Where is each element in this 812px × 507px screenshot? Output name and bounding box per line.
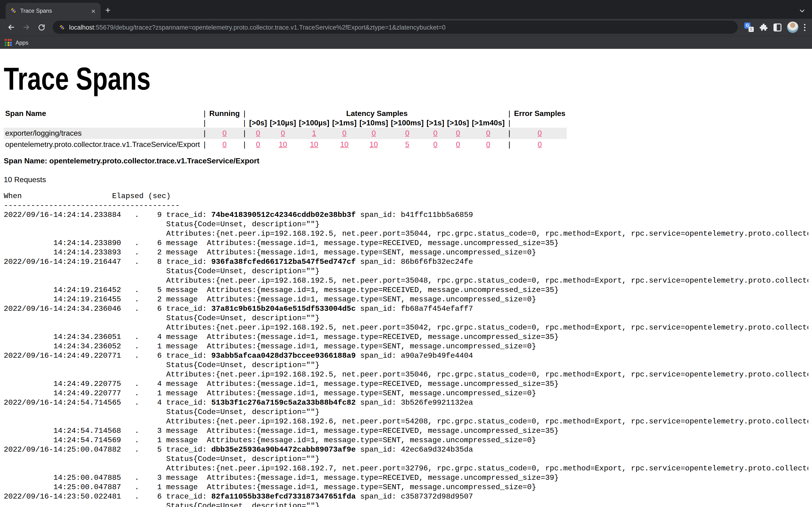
back-button[interactable] <box>5 21 18 34</box>
latency-bucket-cell: 10 <box>331 139 358 150</box>
latency-bucket-label: [>1ms] <box>331 118 358 128</box>
span-summary-row: exporter/logging/traces|0|001000000|0 <box>4 128 567 139</box>
translate-icon[interactable]: G 文 <box>744 22 754 32</box>
log-line: 2022/09/16-14:24:49.220771 . 6 trace_id:… <box>4 352 473 360</box>
log-line: Attributes:{net.peer.ip=192.168.192.5, n… <box>4 371 808 379</box>
trace-id-value: 37a81c9b615b204a6e515df533004d5c <box>211 305 356 313</box>
log-line: 2022/09/16-14:24:14.233884 . 9 trace_id:… <box>4 211 473 219</box>
log-line: 14:24:19.216455 . 2 message Attributes:{… <box>4 295 536 304</box>
new-tab-button[interactable]: + <box>105 5 110 15</box>
latency-bucket-cell: 0 <box>331 128 358 139</box>
tab-trace-spans[interactable]: Trace Spans × <box>6 3 101 19</box>
col-running: Running <box>208 109 241 118</box>
latency-bucket-count-link[interactable]: 0 <box>486 140 490 148</box>
latency-bucket-count-link[interactable]: 0 <box>256 129 260 137</box>
extensions-puzzle-icon[interactable] <box>759 23 768 32</box>
log-line: Status{Code=Unset, description=""} <box>4 408 319 416</box>
log-line: Status{Code=Unset, description=""} <box>4 502 319 507</box>
address-bar[interactable]: localhost:55679/debug/tracez?zspanname=o… <box>53 21 738 34</box>
latency-bucket-count-link[interactable]: 0 <box>456 129 460 137</box>
apps-shortcut[interactable]: Apps <box>15 39 29 46</box>
span-name-cell: exporter/logging/traces <box>4 128 201 139</box>
url-host: localhost <box>69 24 94 31</box>
url-text: localhost:55679/debug/tracez?zspanname=o… <box>69 24 446 31</box>
latency-bucket-label: [>1m40s] <box>470 118 506 128</box>
log-line: Attributes:{net.peer.ip=192.168.192.5, n… <box>4 324 808 332</box>
running-count-link[interactable]: 0 <box>222 129 227 137</box>
trace-log: When Elapsed (sec) ---------------------… <box>4 191 808 507</box>
column-separator: | <box>201 109 208 118</box>
latency-bucket-count-link[interactable]: 0 <box>281 129 285 137</box>
error-count-link[interactable]: 0 <box>538 129 542 137</box>
profile-avatar[interactable] <box>787 21 798 33</box>
latency-bucket-count-link[interactable]: 1 <box>312 129 316 137</box>
error-count-link[interactable]: 0 <box>538 140 542 148</box>
log-line: 14:24:54.714569 . 1 message Attributes:{… <box>4 436 536 445</box>
tab-close-icon[interactable]: × <box>90 7 97 14</box>
log-line: 14:24:49.220777 . 1 message Attributes:{… <box>4 389 536 398</box>
column-separator: | <box>201 139 208 150</box>
summary-header-row: Span Name | Running | Latency Samples | … <box>4 109 567 118</box>
running-count-link[interactable]: 0 <box>222 140 227 148</box>
latency-bucket-count-link[interactable]: 0 <box>433 140 438 148</box>
column-separator: | <box>506 139 513 150</box>
log-line: 2022/09/16-14:23:50.022481 . 6 trace_id:… <box>4 493 473 501</box>
log-line: Status{Code=Unset, description=""} <box>4 267 319 276</box>
latency-bucket-cell: 10 <box>358 139 390 150</box>
latency-bucket-count-link[interactable]: 10 <box>340 140 349 148</box>
latency-bucket-count-link[interactable]: 10 <box>278 140 287 148</box>
tracez-page: Trace Spans Span Name | Running | Latenc… <box>0 49 812 507</box>
log-line: When Elapsed (sec) <box>4 192 171 201</box>
running-count-cell: 0 <box>208 139 241 150</box>
browser-menu-icon[interactable] <box>804 23 805 32</box>
requests-count: 10 Requests <box>4 176 808 184</box>
latency-bucket-count-link[interactable]: 5 <box>405 140 409 148</box>
log-line: 14:24:49.220775 . 4 message Attributes:{… <box>4 380 559 388</box>
log-line: 14:24:19.216452 . 5 message Attributes:{… <box>4 286 559 294</box>
log-line: Attributes:{net.peer.ip=192.168.192.7, n… <box>4 464 808 473</box>
forward-button[interactable] <box>20 21 33 34</box>
latency-bucket-cell: 0 <box>446 139 470 150</box>
bookmarks-bar: Apps <box>0 36 812 49</box>
log-line: 14:24:54.714568 . 3 message Attributes:{… <box>4 427 559 435</box>
latency-bucket-count-link[interactable]: 10 <box>369 140 378 148</box>
latency-bucket-count-link[interactable]: 0 <box>433 129 438 137</box>
column-separator: | <box>201 118 208 128</box>
col-error-samples: Error Samples <box>513 109 567 118</box>
latency-bucket-cell: 5 <box>390 139 425 150</box>
tab-title: Trace Spans <box>20 7 90 14</box>
latency-bucket-count-link[interactable]: 0 <box>342 129 347 137</box>
column-separator: | <box>506 109 513 118</box>
opentelemetry-favicon <box>59 24 65 30</box>
apps-grid-icon[interactable] <box>5 39 12 46</box>
side-panel-icon[interactable] <box>773 23 781 31</box>
column-separator: | <box>506 128 513 139</box>
span-name-cell: opentelemetry.proto.collector.trace.v1.T… <box>4 139 201 150</box>
latency-bucket-cell: 0 <box>358 128 390 139</box>
log-line: 14:24:34.236052 . 1 message Attributes:{… <box>4 342 536 351</box>
column-separator: | <box>506 118 513 128</box>
latency-bucket-count-link[interactable]: 0 <box>372 129 376 137</box>
span-summary-table: Span Name | Running | Latency Samples | … <box>4 109 567 150</box>
tab-search-chevron-icon[interactable] <box>799 7 805 14</box>
log-line: Attributes:{net.peer.ip=192.168.192.5, n… <box>4 230 808 238</box>
trace-id-value: 513b3f1c276a7159c5a2a33b88b4fc82 <box>211 399 356 407</box>
bucket-header-row: | | [>0s][>10µs][>100µs][>1ms][>10ms][>1… <box>4 118 567 128</box>
latency-bucket-count-link[interactable]: 0 <box>486 129 490 137</box>
latency-bucket-count-link[interactable]: 10 <box>310 140 318 148</box>
latency-bucket-cell: 0 <box>470 128 506 139</box>
log-line: 2022/09/16-14:24:54.714565 . 4 trace_id:… <box>4 399 473 407</box>
url-path: :55679/debug/tracez?zspanname=openteleme… <box>94 24 446 31</box>
trace-id-value: 82fa11055b338efcd733187347651fda <box>211 493 356 501</box>
opentelemetry-favicon <box>10 7 17 14</box>
latency-bucket-label: [>100µs] <box>297 118 331 128</box>
latency-bucket-label: [>10µs] <box>268 118 297 128</box>
latency-bucket-label: [>10ms] <box>358 118 390 128</box>
latency-bucket-count-link[interactable]: 0 <box>256 140 260 148</box>
log-line: 14:24:14.233893 . 2 message Attributes:{… <box>4 248 536 257</box>
reload-button[interactable] <box>35 21 48 34</box>
latency-bucket-label: [>10s] <box>446 118 470 128</box>
trace-id-value: dbb35e25936a90b4472cabb89073af9e <box>211 446 356 454</box>
latency-bucket-count-link[interactable]: 0 <box>456 140 460 148</box>
latency-bucket-count-link[interactable]: 0 <box>405 129 409 137</box>
